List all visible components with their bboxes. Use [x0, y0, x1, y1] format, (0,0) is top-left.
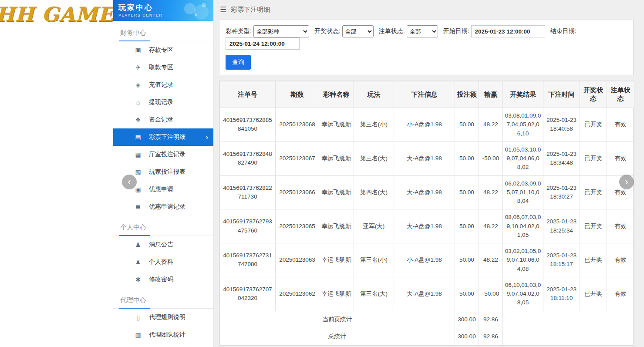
cell: 2025-01-23 18:11:10	[543, 277, 580, 311]
sidebar-item-label: 资金记录	[149, 116, 173, 124]
agent-team-stats-icon: ▥	[134, 331, 142, 338]
withdraw-records-icon: ⌂	[134, 99, 142, 106]
cell: 03,08,01,09,07,04,05,02,06,10	[503, 108, 543, 142]
lottery-bet-details-icon: ▤	[134, 134, 142, 141]
cell: 有效	[607, 141, 634, 175]
sidebar-item-recharge-records[interactable]: ◈充值记录	[113, 76, 213, 94]
summary-row: 总统计300.0092.86	[220, 328, 634, 345]
cell: 大-A盘@1.98	[394, 141, 455, 175]
withdraw-zone-icon: ✈	[134, 64, 142, 71]
cell: -50.00	[479, 277, 503, 311]
cell: 50.00	[455, 175, 479, 209]
sidebar-item-label: 个人资料	[149, 258, 173, 266]
column-header: 玩法	[354, 81, 394, 108]
draw-status-select[interactable]: 全部	[342, 25, 374, 37]
sidebar-item-label: 代理团队统计	[149, 331, 185, 339]
topbar: ☰ 彩票下注明细	[214, 0, 644, 17]
lottery-type-select[interactable]: 全部彩种	[253, 25, 309, 37]
cell: 20250123066	[276, 175, 319, 209]
cell: 已开奖	[580, 243, 607, 277]
cell: 20250123063	[276, 243, 319, 277]
brand-logo: HH GAME	[0, 3, 113, 26]
sidebar-section-title: 财务中心	[113, 25, 213, 41]
sidebar-header: 玩家中心 PLAYERS CENTER	[113, 0, 213, 21]
change-password-icon: ✱	[134, 276, 142, 283]
cell: 大-A盘@1.98	[394, 209, 455, 243]
bet-status-select[interactable]: 全部	[407, 25, 438, 37]
sidebar-item-label: 玩家投注报表	[149, 168, 185, 176]
table-row: 40156917376284882749020250123067幸运飞艇新第三名…	[220, 141, 634, 175]
sidebar-item-label: 彩票下注明细	[149, 133, 185, 141]
table-row: 40156917376279347576020250123065幸运飞艇新亚军(…	[220, 209, 634, 243]
cell: 已开奖	[580, 141, 607, 175]
cell: 有效	[607, 243, 634, 277]
promo-apply-records-icon: ≣	[134, 203, 142, 210]
cell: 08,06,07,03,09,10,04,02,01,05	[503, 209, 543, 243]
sidebar-item-lottery-bet-details[interactable]: ▤彩票下注明细›	[113, 128, 213, 146]
cell: 401569173762885841050	[220, 108, 276, 142]
hall-bet-records-icon: ▦	[134, 151, 142, 158]
sidebar-item-label: 消息公告	[149, 241, 173, 249]
sidebar-item-promo-apply-records[interactable]: ≣优惠申请记录	[113, 198, 213, 216]
cell: 幸运飞艇新	[319, 243, 354, 277]
carousel-prev-button[interactable]: ‹	[122, 175, 137, 189]
cell: 有效	[607, 108, 634, 142]
column-header: 期数	[276, 81, 319, 108]
cell: 亚军(大)	[354, 209, 394, 243]
sidebar-item-messages[interactable]: ♟消息公告	[113, 236, 213, 253]
carousel-next-button[interactable]: ›	[619, 175, 634, 189]
cell: 50.00	[455, 108, 479, 142]
profile-icon: ♟	[134, 259, 142, 266]
cell: 已开奖	[580, 209, 607, 243]
cell: 已开奖	[580, 108, 607, 142]
sidebar-item-profile[interactable]: ♟个人资料	[113, 253, 213, 271]
sidebar-item-change-password[interactable]: ✱修改密码	[113, 271, 213, 288]
cell: 第三名(大)	[354, 141, 394, 175]
sidebar-item-withdraw-records[interactable]: ⌂提现记录	[113, 94, 213, 111]
section-label: 财务中心	[119, 29, 150, 41]
sidebar-item-label: 优惠申请	[149, 185, 173, 193]
sidebar-item-agent-rules[interactable]: ▯代理规则说明	[113, 309, 213, 326]
summary-row: 当前页统计300.0092.86	[220, 311, 634, 328]
sidebar-item-funds-records[interactable]: ❖资金记录	[113, 111, 213, 128]
cell: 大-A盘@1.98	[394, 175, 455, 209]
sidebar-item-agent-team-stats[interactable]: ▥代理团队统计	[113, 326, 213, 344]
cell: 48.22	[479, 175, 503, 209]
chevron-right-icon: ›	[206, 133, 208, 141]
main-area: ☰ 彩票下注明细 彩种类型: 全部彩种 开奖状态: 全部 注单状态: 全部 开始…	[214, 0, 644, 347]
bets-table: 注单号期数彩种名称玩法下注信息投注额输赢开奖结果下注时间开奖状态注单状态 401…	[219, 81, 634, 345]
draw-status-label: 开奖状态:	[314, 27, 341, 35]
menu-toggle-icon[interactable]: ☰	[220, 5, 226, 14]
cell: 401569173762822711730	[220, 175, 276, 209]
sidebar-item-withdraw-zone[interactable]: ✈取款专区	[113, 59, 213, 76]
sidebar-item-label: 充值记录	[149, 81, 173, 89]
cell: 2025-01-23 18:40:58	[543, 108, 580, 142]
cell: 幸运飞艇新	[319, 141, 354, 175]
column-header: 下注时间	[543, 81, 580, 108]
cell: 已开奖	[580, 175, 607, 209]
gamepad-graphic	[179, 1, 212, 20]
sidebar-item-deposit-zone[interactable]: ▣存款专区	[113, 41, 213, 59]
player-bet-report-icon: ▧	[134, 168, 142, 175]
summary-empty	[503, 328, 634, 345]
query-button[interactable]: 查询	[226, 55, 251, 70]
page-title: 彩票下注明细	[231, 6, 270, 14]
promo-apply-icon: ▣	[134, 186, 142, 193]
cell: 2025-01-23 18:25:34	[543, 209, 580, 243]
end-date-input[interactable]	[226, 37, 300, 50]
cell: 大-A盘@1.98	[394, 277, 455, 311]
cell: 幸运飞艇新	[319, 108, 354, 142]
sidebar-item-hall-bet-records[interactable]: ▦厅室投注记录	[113, 146, 213, 163]
sidebar-item-label: 代理规则说明	[149, 313, 185, 321]
cell: 有效	[607, 277, 634, 311]
start-date-input[interactable]	[471, 25, 545, 37]
sidebar-section-title: 个人中心	[113, 220, 213, 236]
cell: 01,05,03,10,09,07,04,06,08,02	[503, 141, 543, 175]
lottery-type-label: 彩种类型:	[226, 27, 252, 35]
table-header-row: 注单号期数彩种名称玩法下注信息投注额输赢开奖结果下注时间开奖状态注单状态	[220, 81, 634, 108]
cell: 50.00	[455, 141, 479, 175]
column-header: 开奖结果	[503, 81, 543, 108]
summary-bet_total: 300.00	[455, 328, 479, 345]
filter-panel: 彩种类型: 全部彩种 开奖状态: 全部 注单状态: 全部 开始日期: 结束日期:…	[219, 20, 634, 75]
table-row: 40156917376270704232020250123062幸运飞艇新第三名…	[220, 277, 634, 311]
